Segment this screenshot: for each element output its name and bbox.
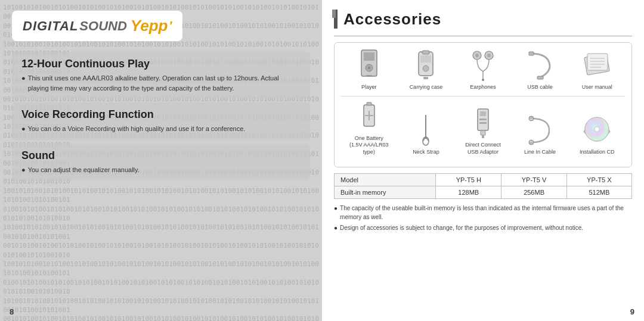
accessory-user-manual: User manual: [573, 49, 621, 91]
right-page: Accessories Player: [322, 0, 644, 321]
player-label: Player: [361, 84, 377, 91]
table-cell-memory-v: 256MB: [501, 186, 566, 198]
carrying-case-label: Carrying case: [410, 84, 443, 91]
page-number-right: 9: [630, 307, 634, 316]
note-text-1: The capacity of the useable built-in mem…: [340, 204, 632, 222]
accessories-title: Accessories: [343, 10, 441, 29]
neck-strap-icon: [411, 114, 441, 147]
installation-cd-icon: [582, 114, 612, 147]
table-header-model: Model: [335, 173, 436, 186]
logo-apostrophe: ′: [169, 19, 172, 33]
svg-point-3: [368, 67, 370, 69]
section-continuous-play: 12-Hour Continuous Play ● This unit uses…: [12, 52, 310, 99]
svg-point-45: [595, 127, 599, 132]
section-sound: Sound ● You can adjust the equalizer man…: [12, 144, 310, 181]
svg-rect-33: [480, 111, 486, 116]
usb-cable-icon: [525, 49, 555, 82]
accessory-usb-adaptor: Direct ConnectUSB Adaptor: [459, 107, 507, 155]
table-header-row: Model YP-T5 H YP-T5 V YP-T5 X: [335, 173, 632, 186]
accessories-row-1: Player Carrying case: [340, 49, 626, 91]
bullet-text: You can adjust the equalizer manually.: [28, 165, 140, 175]
accessory-usb-cable: USB cable: [516, 49, 564, 91]
usb-adaptor-label: Direct ConnectUSB Adaptor: [465, 142, 501, 155]
table-header-yp-t5-x: YP-T5 X: [566, 173, 631, 186]
table-cell-memory-h: 128MB: [436, 186, 501, 198]
section-title-voice-recording: Voice Recording Function: [21, 108, 301, 121]
svg-point-11: [475, 54, 479, 57]
carrying-case-icon: [411, 49, 441, 82]
accessories-row-2: One Battery(1.5V AAA/LR03 type) Neck Str…: [340, 100, 626, 156]
accessory-installation-cd: Installation CD: [573, 114, 621, 156]
player-icon: [354, 49, 384, 82]
section-voice-recording: Voice Recording Function ● You can do a …: [12, 102, 310, 140]
logo-sound: SOUND: [79, 18, 126, 34]
section-text-continuous-play: ● This unit uses one AAA/LR03 alkaline b…: [21, 73, 301, 93]
line-in-cable-label: Line In Cable: [524, 149, 556, 156]
accessory-neck-strap: Neck Strap: [402, 114, 450, 156]
accessories-row-divider: [340, 96, 626, 96]
usb-cable-label: USB cable: [527, 84, 553, 91]
bullet-item: ● This unit uses one AAA/LR03 alkaline b…: [21, 73, 301, 93]
table-header-yp-t5-v: YP-T5 V: [501, 173, 566, 186]
accessories-box: Player Carrying case: [334, 42, 632, 167]
note-bullet-1: ●: [334, 204, 338, 222]
bullet-text: This unit uses one AAA/LR03 alkaline bat…: [28, 73, 301, 93]
note-2: ● Design of accessories is subject to ch…: [334, 223, 632, 232]
logo-area: DIGITAL SOUND Yepp ′: [0, 0, 322, 47]
accessory-battery: One Battery(1.5V AAA/LR03 type): [345, 100, 393, 156]
accessory-earphones: Earphones: [459, 49, 507, 91]
svg-point-13: [487, 54, 491, 57]
content-sections: 12-Hour Continuous Play ● This unit uses…: [0, 47, 322, 321]
svg-rect-9: [423, 77, 428, 79]
line-in-cable-icon: [525, 114, 555, 147]
logo-digital: DIGITAL: [23, 18, 78, 34]
user-manual-icon: [582, 49, 612, 82]
svg-point-15: [482, 79, 484, 81]
bullet-dot: ●: [21, 124, 26, 134]
section-title-continuous-play: 12-Hour Continuous Play: [21, 58, 301, 70]
table-header-yp-t5-h: YP-T5 H: [436, 173, 501, 186]
neck-strap-label: Neck Strap: [413, 149, 439, 156]
bullet-dot: ●: [21, 73, 26, 93]
table-cell-memory-x: 512MB: [566, 186, 631, 198]
left-page: 1010010101001010100101010010101001010100…: [0, 0, 322, 321]
svg-rect-1: [364, 52, 374, 61]
svg-rect-25: [367, 102, 371, 105]
header-accent-icon: [334, 10, 338, 29]
svg-rect-16: [529, 52, 534, 55]
specs-table: Model YP-T5 H YP-T5 V YP-T5 X Built-in m…: [334, 173, 632, 199]
battery-icon: [354, 100, 384, 133]
section-text-sound: ● You can adjust the equalizer manually.: [21, 165, 301, 175]
usb-adaptor-icon: [468, 107, 498, 139]
svg-rect-7: [420, 55, 431, 63]
earphones-label: Earphones: [470, 84, 496, 91]
bullet-item: ● You can adjust the equalizer manually.: [21, 165, 301, 175]
accessory-line-in-cable: Line In Cable: [516, 114, 564, 156]
notes-area: ● The capacity of the useable built-in m…: [334, 204, 632, 234]
svg-rect-17: [537, 76, 543, 79]
bullet-item: ● You can do a Voice Recording with high…: [21, 124, 301, 134]
installation-cd-label: Installation CD: [580, 149, 615, 156]
bullet-dot: ●: [21, 165, 26, 175]
logo-box: DIGITAL SOUND Yepp ′: [12, 11, 182, 41]
svg-rect-34: [479, 119, 487, 120]
svg-rect-4: [366, 75, 372, 77]
user-manual-label: User manual: [582, 84, 612, 91]
svg-rect-35: [479, 122, 487, 124]
table-cell-memory-label: Built-in memory: [335, 186, 436, 198]
note-1: ● The capacity of the useable built-in m…: [334, 204, 632, 222]
note-bullet-2: ●: [334, 223, 338, 232]
svg-point-8: [423, 66, 429, 71]
page-number-left: 8: [10, 307, 14, 316]
table-row-memory: Built-in memory 128MB 256MB 512MB: [335, 186, 632, 198]
accessory-carrying-case: Carrying case: [402, 49, 450, 91]
header-divider: [334, 36, 632, 36]
earphones-icon: [468, 49, 498, 82]
svg-rect-19: [587, 54, 608, 70]
svg-rect-39: [530, 119, 533, 120]
svg-rect-41: [530, 141, 533, 142]
accessories-header: Accessories: [334, 10, 632, 29]
section-title-sound: Sound: [21, 149, 301, 162]
svg-rect-6: [422, 51, 429, 54]
logo-yepp: Yepp: [131, 17, 168, 35]
